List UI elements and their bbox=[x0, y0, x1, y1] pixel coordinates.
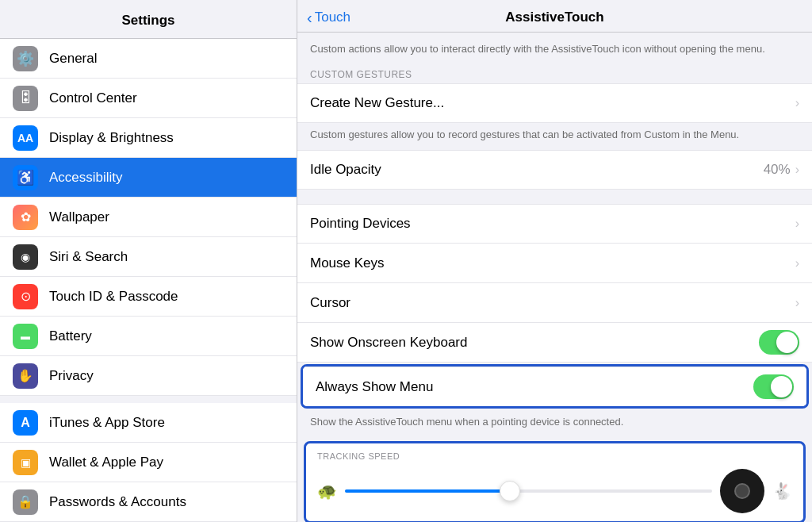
create-gesture-row[interactable]: Create New Gesture... › bbox=[297, 83, 812, 123]
sidebar-label-wallpaper: Wallpaper bbox=[49, 209, 109, 225]
pointing-group: Pointing Devices › Mouse Keys › Cursor ›… bbox=[297, 204, 812, 363]
pointing-chevron: › bbox=[795, 217, 799, 231]
slider-track bbox=[345, 489, 712, 493]
tracking-row: 🐢 🐇 bbox=[317, 469, 792, 513]
mouse-keys-label: Mouse Keys bbox=[310, 245, 795, 282]
sidebar-item-touchid[interactable]: ⊙ Touch ID & Passcode bbox=[0, 277, 297, 317]
touchid-icon: ⊙ bbox=[13, 284, 38, 309]
sidebar-label-itunes: iTunes & App Store bbox=[49, 415, 165, 431]
sidebar-item-passwords[interactable]: 🔒 Passwords & Accounts bbox=[0, 482, 297, 522]
page-title: AssistiveTouch bbox=[505, 10, 603, 25]
wallet-icon: ▣ bbox=[13, 450, 38, 475]
tracking-slider[interactable] bbox=[345, 479, 712, 503]
custom-gestures-header: CUSTOM GESTURES bbox=[297, 63, 812, 83]
show-onscreen-row[interactable]: Show Onscreen Keyboard bbox=[297, 323, 812, 363]
sidebar-item-privacy[interactable]: ✋ Privacy bbox=[0, 356, 297, 396]
tracking-header: TRACKING SPEED bbox=[317, 451, 792, 461]
big-knob-inner bbox=[734, 483, 750, 499]
sidebar-item-itunes[interactable]: A iTunes & App Store bbox=[0, 403, 297, 443]
wallpaper-icon: ✿ bbox=[13, 205, 38, 230]
nav-header: ‹ Touch AssistiveTouch bbox=[297, 0, 812, 33]
always-show-label: Always Show Menu bbox=[316, 369, 753, 405]
slider-thumb[interactable] bbox=[500, 481, 520, 501]
back-label: Touch bbox=[315, 10, 350, 25]
turtle-icon: 🐢 bbox=[317, 482, 337, 501]
always-show-toggle[interactable] bbox=[753, 374, 794, 399]
idle-opacity-row[interactable]: Idle Opacity 40% › bbox=[297, 150, 812, 190]
mouse-keys-chevron: › bbox=[795, 256, 799, 271]
show-onscreen-toggle[interactable] bbox=[759, 330, 799, 355]
itunes-icon: A bbox=[13, 410, 38, 436]
sidebar-label-accessibility: Accessibility bbox=[49, 170, 123, 186]
sidebar-label-control-center: Control Center bbox=[49, 90, 137, 106]
pointing-devices-label: Pointing Devices bbox=[310, 205, 795, 242]
idle-opacity-group: Idle Opacity 40% › bbox=[297, 150, 812, 190]
cursor-label: Cursor bbox=[310, 285, 795, 321]
battery-icon: ▬ bbox=[13, 324, 38, 349]
sidebar-label-wallet: Wallet & Apple Pay bbox=[49, 455, 163, 470]
content-area: Custom actions allow you to interact dir… bbox=[297, 33, 812, 522]
tracking-section: TRACKING SPEED 🐢 🐇 bbox=[304, 441, 806, 522]
always-show-highlight: Always Show Menu bbox=[301, 364, 809, 409]
sidebar-item-control-center[interactable]: 🎛 Control Center bbox=[0, 79, 297, 118]
top-description: Custom actions allow you to interact dir… bbox=[297, 33, 812, 63]
mouse-keys-row[interactable]: Mouse Keys › bbox=[297, 244, 812, 283]
back-button[interactable]: ‹ Touch bbox=[307, 9, 350, 27]
back-chevron-icon: ‹ bbox=[307, 9, 312, 27]
always-show-row[interactable]: Always Show Menu bbox=[303, 367, 806, 406]
custom-gestures-footer: Custom gestures allow you to record gest… bbox=[297, 123, 812, 150]
idle-opacity-label: Idle Opacity bbox=[310, 152, 764, 188]
sidebar: Settings ⚙️ General 🎛 Control Center AA … bbox=[0, 0, 297, 522]
sidebar-label-display: Display & Brightness bbox=[49, 130, 174, 146]
sidebar-label-battery: Battery bbox=[49, 328, 92, 344]
display-icon: AA bbox=[13, 125, 38, 151]
sidebar-separator bbox=[0, 396, 297, 403]
idle-opacity-value: 40% bbox=[764, 162, 791, 178]
always-show-footer: Show the AssistiveTouch menu when a poin… bbox=[297, 410, 812, 437]
custom-gestures-group: Create New Gesture... › bbox=[297, 83, 812, 123]
slider-fill bbox=[345, 489, 510, 493]
rabbit-icon: 🐇 bbox=[772, 482, 792, 501]
accessibility-icon: ♿ bbox=[13, 165, 38, 190]
create-gesture-chevron: › bbox=[795, 96, 799, 110]
always-show-knob bbox=[771, 376, 792, 397]
sidebar-item-wallet[interactable]: ▣ Wallet & Apple Pay bbox=[0, 443, 297, 482]
idle-opacity-chevron: › bbox=[795, 163, 799, 177]
sidebar-label-privacy: Privacy bbox=[49, 368, 94, 384]
sidebar-item-general[interactable]: ⚙️ General bbox=[0, 39, 297, 79]
sidebar-item-display[interactable]: AA Display & Brightness bbox=[0, 118, 297, 158]
sidebar-label-passwords: Passwords & Accounts bbox=[49, 494, 186, 510]
siri-icon: ◉ bbox=[13, 244, 38, 270]
cursor-chevron: › bbox=[795, 296, 799, 310]
general-icon: ⚙️ bbox=[13, 46, 38, 71]
sidebar-label-general: General bbox=[49, 51, 97, 67]
sidebar-label-siri: Siri & Search bbox=[49, 249, 128, 265]
sidebar-title: Settings bbox=[0, 0, 297, 39]
passwords-icon: 🔒 bbox=[13, 489, 38, 515]
control-center-icon: 🎛 bbox=[13, 86, 38, 111]
privacy-icon: ✋ bbox=[13, 363, 38, 389]
pointing-devices-row[interactable]: Pointing Devices › bbox=[297, 204, 812, 244]
cursor-row[interactable]: Cursor › bbox=[297, 283, 812, 323]
sidebar-item-accessibility[interactable]: ♿ Accessibility bbox=[0, 158, 297, 198]
create-gesture-label: Create New Gesture... bbox=[310, 85, 795, 121]
main-content: ‹ Touch AssistiveTouch Custom actions al… bbox=[297, 0, 812, 522]
sidebar-item-wallpaper[interactable]: ✿ Wallpaper bbox=[0, 198, 297, 237]
show-onscreen-label: Show Onscreen Keyboard bbox=[310, 324, 759, 361]
sidebar-item-siri[interactable]: ◉ Siri & Search bbox=[0, 237, 297, 277]
separator-1 bbox=[297, 190, 812, 204]
big-knob[interactable] bbox=[720, 469, 764, 513]
sidebar-label-touchid: Touch ID & Passcode bbox=[49, 289, 178, 305]
sidebar-item-battery[interactable]: ▬ Battery bbox=[0, 317, 297, 356]
show-onscreen-knob bbox=[776, 332, 798, 353]
always-show-container: Always Show Menu bbox=[301, 364, 809, 409]
